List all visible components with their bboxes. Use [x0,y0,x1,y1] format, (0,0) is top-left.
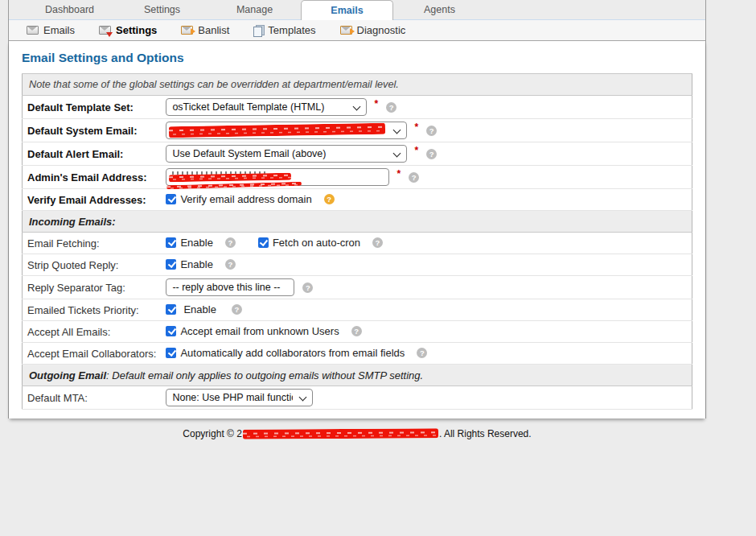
field-control-cell: *? [161,166,692,189]
help-icon[interactable]: ? [426,149,437,159]
table-row: Verify Email Addresses:Verify email addr… [23,189,692,211]
section-description: : Default email only applies to outgoing… [106,369,423,381]
field-control-cell: Verify email address domain? [161,189,692,211]
subnav-item-diagnostic[interactable]: Diagnostic [340,24,406,36]
checkbox-label: Automatically add collaborators from ema… [180,347,405,359]
admin-email-address-input[interactable] [166,168,389,186]
table-row: Admin's Email Address:*? [23,166,692,189]
section-header: Incoming Emails: [23,211,692,233]
checkbox-label: Enable [180,237,212,249]
subnav-item-label: Diagnostic [357,24,406,36]
table-row: Email Fetching:Enable?Fetch on auto-cron… [23,233,692,254]
field-control-cell: Automatically add collaborators from ema… [161,343,692,365]
help-icon[interactable]: ? [225,259,236,270]
help-icon[interactable]: ? [426,126,437,136]
table-row: Accept All Emails:Accept email from unkn… [23,321,692,343]
chevron-down-icon [393,127,401,134]
default-alert-email-select[interactable]: Use Default System Email (above) [166,145,407,163]
tab-manage[interactable]: Manage [208,0,301,19]
field-label-reply-separator-tag: Reply Separator Tag: [23,276,162,299]
field-control-cell: Use Default System Email (above)*? [161,142,692,166]
required-asterisk: * [374,98,378,109]
help-icon[interactable]: ? [351,326,362,336]
chevron-down-icon [299,394,306,402]
accept-email-collaborators-checkbox[interactable] [166,348,176,358]
verify-email-addresses-checkbox[interactable] [166,194,176,204]
page-title: Email Settings and Options [22,51,692,65]
table-row: Outgoing Email: Default email only appli… [23,365,692,386]
subnav-item-emails[interactable]: Emails [27,24,75,36]
redaction-scribble [243,428,438,439]
checkbox-label: Verify email address domain [180,193,311,205]
field-control-cell: osTicket Default Template (HTML)*? [161,96,692,119]
reply-separator-tag-input[interactable]: -- reply above this line -- [166,278,294,296]
table-row: Note that some of the global settings ca… [23,74,692,96]
tab-dashboard[interactable]: Dashboard [23,0,116,19]
table-row: Default MTA:None: Use PHP mail function [23,386,692,410]
help-icon[interactable]: ? [302,282,313,293]
tab-settings[interactable]: Settings [116,0,208,19]
subnav-item-settings[interactable]: Settings [99,24,157,36]
envelope-icon [27,26,39,35]
envelope-diagnostic-icon [340,26,352,35]
field-control-cell: Enable? [161,299,692,321]
main-content: Email Settings and Options Note that som… [9,41,705,418]
checkbox-group-item: Automatically add collaborators from ema… [166,347,427,359]
subnav-item-label: Settings [116,24,157,36]
email-fetching-checkbox[interactable] [258,237,269,248]
help-icon[interactable]: ? [409,172,419,183]
footer: Copyright © 2. All Rights Reserved. [8,428,706,439]
accept-all-emails-checkbox[interactable] [166,326,176,336]
email-settings-table: Note that some of the global settings ca… [22,73,692,410]
default-template-set-select[interactable]: osTicket Default Template (HTML) [166,98,367,116]
default-system-email-select[interactable] [166,122,407,139]
help-icon[interactable]: ? [417,348,427,358]
checkbox-group-item: Enable? [166,237,235,249]
help-icon[interactable]: ? [386,102,396,113]
strip-quoted-reply-checkbox[interactable] [166,259,176,270]
checkbox-label: Fetch on auto-cron [273,237,360,249]
templates-icon [253,25,263,35]
note-text: Note that some of the global settings ca… [23,74,692,96]
top-tab-bar: DashboardSettingsManageEmailsAgents [9,0,705,20]
field-control-cell: *? [161,119,692,142]
email-subnav: EmailsSettingsBanlistTemplatesDiagnostic [9,20,705,41]
subnav-item-label: Emails [43,24,75,36]
redaction-scribble [169,173,291,183]
envelope-ban-icon [181,26,193,35]
tab-agents[interactable]: Agents [393,0,486,19]
field-value: osTicket Default Template (HTML) [172,101,347,113]
field-value: None: Use PHP mail function [172,392,293,403]
checkbox-group-item: Enable? [166,303,241,315]
checkbox-group-item: Enable? [166,258,235,270]
field-label-email-fetching: Email Fetching: [23,233,162,254]
table-row: Reply Separator Tag:-- reply above this … [23,276,692,299]
chevron-down-icon [353,104,360,111]
table-row: Emailed Tickets Priority:Enable? [23,299,692,321]
table-row: Strip Quoted Reply:Enable? [23,254,692,276]
field-label-admin-email-address: Admin's Email Address: [23,166,162,189]
tab-emails[interactable]: Emails [301,0,393,20]
email-fetching-checkbox[interactable] [166,237,176,248]
checkbox-group-item: Accept email from unknown Users? [166,325,361,337]
section-title: Outgoing Email [29,369,106,381]
section-title: Incoming Emails: [29,216,116,228]
required-asterisk: * [396,168,401,179]
help-icon[interactable]: ? [324,194,335,204]
subnav-item-templates[interactable]: Templates [253,24,315,36]
table-row: Incoming Emails: [23,211,692,233]
emailed-tickets-priority-checkbox[interactable] [166,304,176,315]
help-icon[interactable]: ? [232,304,242,315]
envelope-settings-icon [99,26,111,35]
section-header: Outgoing Email: Default email only appli… [23,365,692,386]
admin-panel-frame: DashboardSettingsManageEmailsAgents Emai… [8,0,706,418]
chevron-down-icon [393,150,401,158]
field-control-cell: None: Use PHP mail function [161,386,692,410]
subnav-item-label: Templates [268,24,315,36]
subnav-item-banlist[interactable]: Banlist [181,24,229,36]
default-mta-select[interactable]: None: Use PHP mail function [166,389,313,406]
help-icon[interactable]: ? [372,237,383,248]
field-label-default-mta: Default MTA: [23,386,162,410]
help-icon[interactable]: ? [225,237,236,248]
field-label-default-alert-email: Default Alert Email: [23,142,162,166]
